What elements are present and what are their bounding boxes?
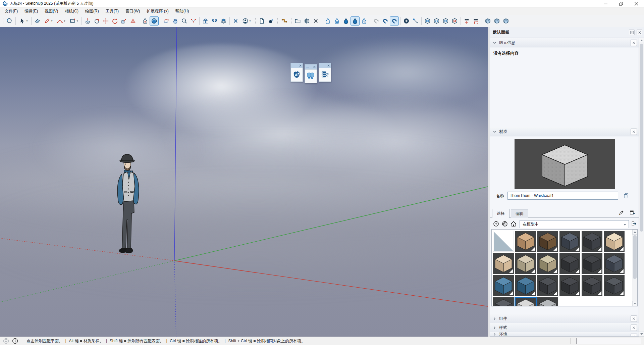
toolbar-grip[interactable]	[254, 17, 256, 25]
minimize-button[interactable]	[598, 0, 613, 7]
material-swatch-9[interactable]	[537, 253, 558, 274]
zoom-extents-tool[interactable]	[189, 16, 198, 26]
material-swatch-1[interactable]	[493, 231, 514, 252]
materials-scope-dropdown[interactable]: 在模型中	[520, 220, 629, 228]
show-secondary-pane-icon[interactable]	[631, 220, 638, 228]
section-entity-info-header[interactable]: 图元信息	[490, 38, 639, 47]
mini-toolbar-titlebar[interactable]: ...	[291, 63, 303, 68]
move-tool[interactable]	[101, 16, 110, 26]
drop-half-tool[interactable]	[332, 16, 341, 26]
select-tool[interactable]: ▾	[17, 16, 30, 26]
material-swatch-19[interactable]	[493, 297, 514, 306]
restore-button[interactable]	[613, 0, 629, 7]
material-swatch-4[interactable]	[559, 231, 580, 252]
close-environments-icon[interactable]	[631, 334, 637, 337]
box-none-tool[interactable]	[450, 16, 459, 26]
menu-item-2[interactable]: 编辑(E)	[21, 7, 41, 15]
arc-tool[interactable]: ▾	[55, 16, 67, 26]
close-button[interactable]	[311, 16, 320, 26]
scroll-up-icon[interactable]	[639, 38, 644, 43]
tab-select[interactable]: 选择	[492, 209, 509, 218]
section-styles-header[interactable]: 样式	[490, 323, 639, 332]
material-swatch-21[interactable]	[537, 297, 558, 306]
box-loop-tool[interactable]	[432, 16, 441, 26]
line-tool[interactable]: ▾	[42, 16, 55, 26]
material-swatch-6[interactable]	[604, 231, 625, 252]
material-swatch-5[interactable]	[582, 231, 602, 252]
pin-line-tool[interactable]	[411, 16, 420, 26]
material-swatch-11[interactable]	[582, 253, 602, 274]
magnet-active-tool[interactable]	[390, 16, 399, 26]
material-swatch-7[interactable]	[493, 253, 514, 274]
material-swatch-15[interactable]	[537, 275, 558, 296]
box-square-tool[interactable]	[423, 16, 432, 26]
menu-item-9[interactable]: 帮助(H)	[172, 7, 193, 15]
drop-filled-tool[interactable]	[341, 16, 351, 26]
scrollbar-thumb[interactable]	[640, 44, 643, 232]
box-sphere-tool[interactable]	[441, 16, 450, 26]
magnet-tool[interactable]	[381, 16, 390, 26]
offset-tool[interactable]	[128, 16, 138, 26]
sample-paint-icon[interactable]	[619, 209, 625, 216]
quad-cube-1-tool[interactable]	[483, 16, 492, 26]
layers-button[interactable]	[219, 16, 228, 26]
material-name-input[interactable]	[507, 192, 618, 200]
sync-extension-toolbar[interactable]: ...	[319, 63, 331, 82]
scrollbar-thumb[interactable]	[633, 235, 637, 279]
close-icon[interactable]	[299, 64, 302, 67]
open-folder-button[interactable]	[293, 16, 302, 26]
section-components-header[interactable]: 组件	[490, 314, 639, 323]
section-materials-header[interactable]: 材质	[490, 127, 639, 136]
measurements-input[interactable]	[576, 338, 641, 344]
drop-hatched-tool[interactable]	[360, 16, 369, 26]
geolocation-icon[interactable]	[3, 338, 9, 344]
zoom-tool[interactable]	[180, 16, 189, 26]
settings-button[interactable]	[302, 16, 311, 26]
new-document-button[interactable]	[257, 16, 266, 26]
cloud-rotate-tool[interactable]	[471, 16, 480, 26]
followme-tool[interactable]	[92, 16, 101, 26]
menu-item-5[interactable]: 绘图(R)	[82, 7, 102, 15]
drop-outline-tool[interactable]	[323, 16, 332, 26]
mini-toolbar-titlebar[interactable]: ...	[319, 63, 331, 68]
extension-warehouse-button[interactable]	[210, 16, 219, 26]
menu-item-7[interactable]: 窗口(W)	[122, 7, 143, 15]
pin-panel-icon[interactable]	[629, 30, 635, 35]
menu-item-8[interactable]: 扩展程序 (x)	[143, 7, 172, 15]
quad-cube-3-tool[interactable]	[501, 16, 511, 26]
ai-extension-toolbar[interactable]: ...Ai	[290, 63, 303, 82]
material-swatch-16[interactable]	[559, 275, 580, 296]
material-swatch-13[interactable]	[493, 275, 514, 296]
serversync-icon[interactable]	[320, 70, 329, 80]
material-swatch-20[interactable]	[515, 297, 536, 306]
collection-target-icon[interactable]	[501, 220, 509, 228]
magnet-disabled-tool[interactable]	[372, 16, 381, 26]
close-materials-icon[interactable]	[631, 129, 637, 135]
quad-cube-2-tool[interactable]	[492, 16, 501, 26]
aiapple-icon[interactable]: Ai	[292, 70, 301, 80]
toolbar-grip[interactable]	[2, 17, 4, 25]
3d-warehouse-button[interactable]	[201, 16, 210, 26]
rotate-tool[interactable]	[110, 16, 119, 26]
drop-filled-active-tool[interactable]	[351, 16, 360, 26]
close-window-button[interactable]	[629, 0, 644, 7]
scroll-up-icon[interactable]	[632, 230, 637, 235]
pan-tool[interactable]	[171, 16, 180, 26]
close-panel-icon[interactable]	[637, 30, 642, 35]
menu-item-4[interactable]: 相机(C)	[61, 7, 82, 15]
menu-item-1[interactable]: 文件(F)	[1, 7, 21, 15]
info-icon[interactable]	[12, 338, 18, 344]
orbit-tool[interactable]	[162, 16, 171, 26]
rectangle-tool[interactable]: ▾	[67, 16, 80, 26]
material-swatch-10[interactable]	[559, 253, 580, 274]
close-icon[interactable]	[327, 64, 330, 67]
materials-grid-scrollbar[interactable]	[632, 230, 637, 306]
search-tool[interactable]	[5, 16, 14, 26]
close-components-icon[interactable]	[631, 315, 637, 322]
paint-bucket-tool[interactable]	[150, 16, 159, 26]
material-swatch-14[interactable]	[515, 275, 536, 296]
bookfilms-icon[interactable]	[306, 71, 315, 81]
pushpull-tool[interactable]	[83, 16, 92, 26]
close-entity-info-icon[interactable]	[631, 40, 637, 46]
add-circle-tool[interactable]	[402, 16, 411, 26]
